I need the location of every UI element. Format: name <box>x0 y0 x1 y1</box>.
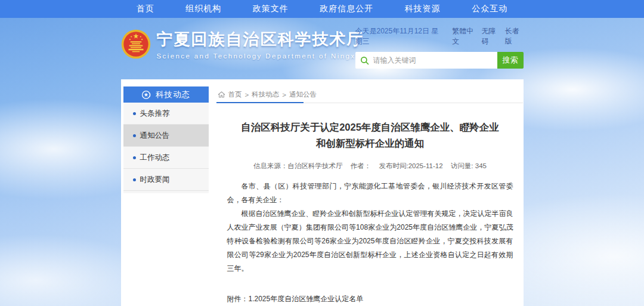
breadcrumb-separator: > <box>282 91 286 98</box>
bullet-icon <box>133 178 136 181</box>
site-subtitle: Science and Technology Department of Nin… <box>157 52 364 60</box>
attachment-link-1[interactable]: 1.2025年度自治区雏鹰企业认定名单 <box>249 293 385 305</box>
site-brand: 宁夏回族自治区科学技术厅 Science and Technology Depa… <box>121 29 364 60</box>
article: 自治区科技厅关于认定2025年度自治区雏鹰企业、瞪羚企业 和创新型标杆企业的通知… <box>216 119 523 306</box>
site-title: 宁夏回族自治区科学技术厅 <box>157 29 364 50</box>
sidebar-item-label: 通知公告 <box>140 131 170 141</box>
link-traditional-chinese[interactable]: 繁體中文 <box>452 26 476 47</box>
breadcrumb-tech-news[interactable]: 科技动态 <box>252 90 279 99</box>
home-icon <box>218 91 225 98</box>
breadcrumb-separator: > <box>245 91 249 98</box>
attachments: 附件： 1.2025年度自治区雏鹰企业认定名单 2.2025年度自治区瞪羚企业认… <box>227 293 513 306</box>
top-nav: 首页 组织机构 政策文件 政府信息公开 科技资源 公众互动 <box>0 0 644 18</box>
star-circle-icon <box>141 90 151 100</box>
main-container: 科技动态 头条推荐 通知公告 工作动态 时政要闻 <box>121 79 524 306</box>
meta-author: 作者： <box>351 162 371 169</box>
nav-item-interaction[interactable]: 公众互动 <box>472 4 507 14</box>
nav-item-policy[interactable]: 政策文件 <box>253 4 289 14</box>
article-body: 各市、县（区）科技管理部门，宁东能源化工基地管委会，银川经济技术开发区管委会，各… <box>227 180 513 276</box>
site-header: 宁夏回族自治区科学技术厅 Science and Technology Depa… <box>121 18 524 79</box>
bullet-icon <box>133 134 136 137</box>
meta-source: 信息来源：自治区科学技术厅 <box>253 162 343 169</box>
nav-item-organization[interactable]: 组织机构 <box>185 4 221 14</box>
nav-item-resources[interactable]: 科技资源 <box>405 4 441 14</box>
breadcrumb: 首页 > 科技动态 > 通知公告 <box>216 86 523 103</box>
sidebar-item-label: 工作动态 <box>140 153 170 163</box>
national-emblem-logo <box>121 29 151 59</box>
attachments-label: 附件： <box>227 293 249 306</box>
sidebar-title: 科技动态 <box>156 89 190 100</box>
meta-publish-time: 发布时间:2025-11-12 <box>379 162 442 169</box>
sidebar-item-label: 时政要闻 <box>140 175 170 185</box>
current-date: 今天是2025年11月12日 星期三 <box>355 26 439 47</box>
sidebar-item-work-news[interactable]: 工作动态 <box>123 147 209 169</box>
nav-item-home[interactable]: 首页 <box>137 4 154 14</box>
search-icon <box>360 56 369 65</box>
link-accessibility[interactable]: 无障碍 <box>482 26 500 47</box>
article-title-line1: 自治区科技厅关于认定2025年度自治区雏鹰企业、瞪羚企业 <box>227 119 513 135</box>
article-paragraph: 各市、县（区）科技管理部门，宁东能源化工基地管委会，银川经济技术开发区管委会，各… <box>227 180 513 207</box>
breadcrumb-home[interactable]: 首页 <box>228 90 242 99</box>
sidebar-item-politics-news[interactable]: 时政要闻 <box>123 169 209 191</box>
article-paragraph: 根据自治区雏鹰企业、瞪羚企业和创新型标杆企业认定管理有关规定，决定认定半亩良人农… <box>227 207 513 276</box>
bullet-icon <box>133 156 136 159</box>
search-input[interactable] <box>373 56 493 64</box>
bullet-icon <box>133 112 136 115</box>
sidebar-item-headlines[interactable]: 头条推荐 <box>123 103 209 125</box>
article-title-line2: 和创新型标杆企业的通知 <box>227 135 513 152</box>
meta-views: 访问量: 345 <box>451 162 487 169</box>
sidebar-item-label: 头条推荐 <box>140 109 170 119</box>
article-title: 自治区科技厅关于认定2025年度自治区雏鹰企业、瞪羚企业 和创新型标杆企业的通知 <box>227 119 513 152</box>
link-elderly-version[interactable]: 长者版 <box>505 26 524 47</box>
sidebar-item-notices[interactable]: 通知公告 <box>123 125 209 147</box>
article-meta: 信息来源：自治区科学技术厅 作者： 发布时间:2025-11-12 访问量: 3… <box>227 162 513 171</box>
search-button[interactable]: 搜索 <box>497 52 524 69</box>
nav-item-gov-info[interactable]: 政府信息公开 <box>320 4 373 14</box>
sidebar: 科技动态 头条推荐 通知公告 工作动态 时政要闻 <box>123 86 209 193</box>
breadcrumb-notices[interactable]: 通知公告 <box>289 90 317 99</box>
sidebar-header: 科技动态 <box>123 86 209 103</box>
